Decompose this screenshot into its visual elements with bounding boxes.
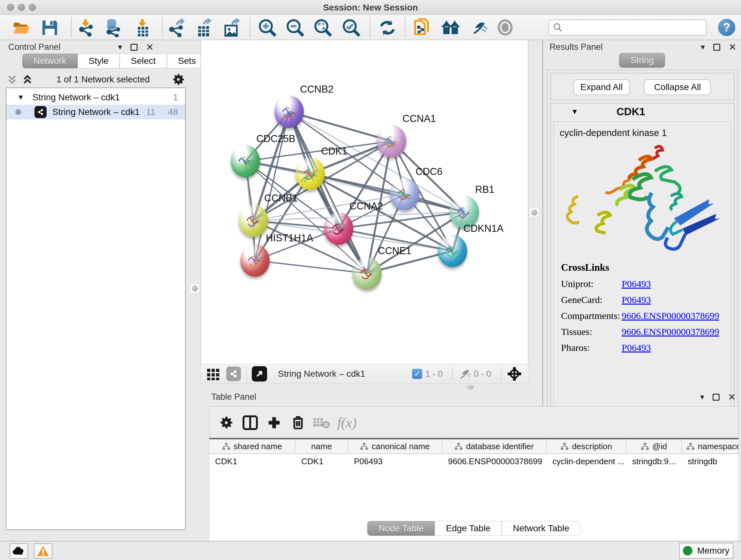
left-splitter-handle[interactable] — [190, 284, 199, 293]
export-table-button[interactable] — [193, 18, 213, 37]
right-splitter-handle[interactable] — [529, 207, 539, 217]
table-cell[interactable]: P06493 — [348, 454, 442, 469]
tab-string[interactable]: String — [619, 53, 665, 68]
network-node-cdkn1a[interactable] — [438, 235, 467, 267]
delete-column-button[interactable] — [288, 413, 308, 433]
show-columns-button[interactable] — [240, 413, 260, 433]
zoom-out-icon — [286, 18, 305, 37]
import-table-button[interactable] — [132, 18, 152, 37]
crosslink-link[interactable]: 9606.ENSP00000378699 — [622, 310, 719, 321]
tab-edge-table[interactable]: Edge Table — [434, 521, 502, 536]
crosslink-link[interactable]: P06493 — [622, 342, 651, 353]
panel-float-icon[interactable] — [131, 44, 138, 51]
function-builder-button[interactable]: f(x) — [337, 413, 357, 433]
network-node-hist1h1a[interactable] — [240, 244, 270, 277]
string-network-icon — [35, 106, 47, 118]
export-image-button[interactable] — [221, 18, 241, 37]
network-node-cdc25b[interactable] — [231, 145, 260, 178]
table-cell[interactable]: CDK1 — [209, 454, 295, 469]
network-node-ccne1[interactable] — [352, 257, 382, 290]
panel-collapse-icon[interactable]: ▾ — [118, 42, 122, 52]
delete-table-button[interactable] — [311, 413, 332, 433]
tab-node-table[interactable]: Node Table — [367, 521, 434, 536]
zoom-in-button[interactable] — [257, 18, 278, 37]
open-in-new-icon[interactable] — [252, 366, 267, 381]
column-header--id[interactable]: @id — [626, 439, 682, 453]
search-field[interactable] — [548, 19, 706, 36]
network-node-ccnb2[interactable] — [274, 96, 304, 128]
tab-select[interactable]: Select — [120, 54, 167, 68]
collapse-all-icon[interactable] — [6, 74, 19, 85]
refresh-button[interactable] — [377, 18, 398, 37]
import-network-database-button[interactable] — [103, 18, 123, 37]
network-node-ccnb1[interactable] — [239, 204, 268, 237]
crosslink-link[interactable]: P06493 — [622, 294, 651, 305]
export-network-button[interactable] — [166, 18, 186, 37]
table-cell[interactable]: CDK1 — [295, 454, 348, 469]
column-header-namespace[interactable]: namespace — [682, 439, 739, 453]
network-node-ccna2[interactable] — [324, 212, 353, 245]
protein-thumbnail-icon — [382, 132, 401, 151]
tab-style[interactable]: Style — [77, 54, 120, 68]
selected-checkbox-icon[interactable]: ✓ — [412, 369, 422, 379]
hidden-eye-slash-icon[interactable] — [458, 368, 471, 380]
network-node-ccna1[interactable] — [377, 125, 406, 158]
zoom-selected-button[interactable] — [341, 18, 361, 37]
panel-collapse-icon[interactable]: ▾ — [701, 42, 705, 52]
collapse-all-button[interactable]: Collapse All — [644, 79, 711, 95]
network-options-gear-icon[interactable] — [172, 73, 185, 86]
table-cell[interactable]: 9606.ENSP00000378699 — [442, 454, 547, 469]
import-network-button[interactable] — [76, 18, 96, 37]
grid-view-icon[interactable] — [206, 367, 220, 381]
expand-all-button[interactable]: Expand All — [573, 79, 630, 95]
panel-float-icon[interactable] — [713, 44, 720, 51]
panel-close-icon[interactable]: ✕ — [729, 43, 737, 52]
table-cell[interactable]: stringdb — [682, 454, 739, 469]
expand-all-icon[interactable] — [22, 74, 35, 85]
tab-network-table[interactable]: Network Table — [502, 521, 581, 536]
search-input[interactable] — [563, 23, 700, 33]
entry-expander-icon[interactable]: ▼ — [571, 108, 578, 116]
tree-expander-icon[interactable]: ▼ — [17, 93, 24, 102]
manage-networks-button[interactable] — [412, 18, 432, 37]
table-cell[interactable]: cyclin-dependent ... — [547, 454, 626, 469]
panel-collapse-icon[interactable]: ▾ — [700, 392, 704, 402]
network-row[interactable]: String Network – cdk1 11 48 — [6, 105, 185, 119]
warning-button[interactable] — [34, 543, 52, 559]
crosslink-label: Pharos: — [561, 342, 622, 353]
table-settings-button[interactable] — [216, 413, 237, 433]
share-view-icon[interactable] — [226, 367, 241, 381]
crosslink-link[interactable]: P06493 — [622, 278, 651, 289]
zoom-fit-button[interactable] — [313, 18, 333, 37]
string-home-button[interactable] — [441, 18, 461, 37]
add-column-button[interactable] — [264, 413, 284, 433]
network-collection-row[interactable]: ▼ String Network – cdk1 1 — [6, 90, 185, 105]
show-selection-button[interactable] — [495, 18, 516, 37]
crosslink-link[interactable]: 9606.ENSP00000378699 — [622, 326, 719, 337]
table-panel-title: Table Panel — [211, 392, 256, 402]
zoom-out-button[interactable] — [285, 18, 306, 37]
cloud-button[interactable] — [10, 543, 28, 559]
network-view-canvas[interactable]: CCNB2 CCNA1 CDC25B CDK1 CDC6 RB1 CCNB1 C… — [200, 40, 529, 364]
column-header-database-identifier[interactable]: database identifier — [442, 439, 547, 453]
panel-close-icon[interactable]: ✕ — [728, 392, 736, 402]
memory-button[interactable]: Memory — [679, 543, 733, 559]
panel-float-icon[interactable] — [713, 394, 720, 401]
help-button[interactable]: ? — [718, 19, 735, 36]
tab-network[interactable]: Network — [22, 54, 77, 68]
open-session-button[interactable] — [11, 18, 32, 37]
column-header-name[interactable]: name — [295, 439, 348, 453]
hide-selection-button[interactable] — [468, 18, 488, 37]
column-header-description[interactable]: description — [547, 439, 626, 453]
network-node-cdc6[interactable] — [390, 178, 419, 210]
column-header-shared-name[interactable]: shared name — [209, 439, 295, 453]
main-toolbar: ? — [0, 15, 741, 40]
panel-close-icon[interactable]: ✕ — [146, 43, 154, 52]
table-cell[interactable]: stringdb:9... — [626, 454, 682, 469]
bottom-splitter-handle[interactable] — [467, 385, 474, 389]
network-node-cdk1[interactable] — [295, 158, 325, 190]
save-session-button[interactable] — [40, 18, 60, 37]
column-header-canonical-name[interactable]: canonical name — [348, 439, 442, 453]
center-view-icon[interactable] — [507, 366, 522, 382]
table-row[interactable]: CDK1CDK1P064939606.ENSP00000378699cyclin… — [209, 454, 738, 469]
